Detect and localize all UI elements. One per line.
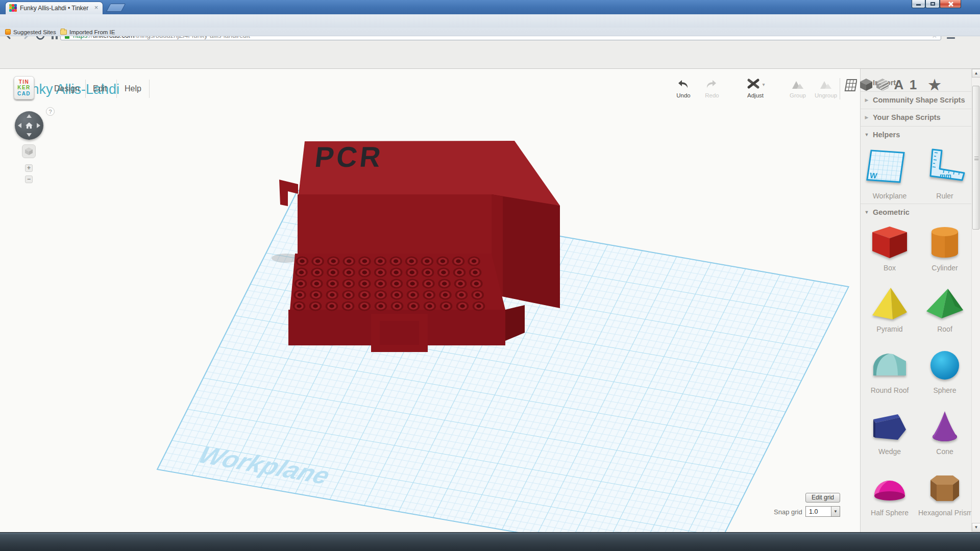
cone-icon bbox=[923, 408, 966, 444]
orbit-right-icon[interactable] bbox=[37, 123, 40, 128]
round-roof-icon bbox=[868, 347, 911, 383]
snap-grid-select[interactable]: 1.0 ▼ bbox=[805, 506, 840, 517]
sidebar-scrollbar[interactable]: ▲ ▼ bbox=[971, 69, 980, 532]
minimize-icon[interactable] bbox=[912, 0, 925, 8]
ungroup-icon bbox=[819, 77, 833, 91]
workplane-helper-icon: W bbox=[864, 146, 915, 188]
text-tool-icon[interactable]: A bbox=[891, 77, 906, 92]
bookmark-suggested-sites[interactable]: Suggested Sites bbox=[5, 28, 56, 36]
shape-pyramid[interactable]: Pyramid bbox=[863, 286, 916, 333]
tinkercad-toolbar: TIN KER CAD Design Edit Help Undo Redo bbox=[0, 36, 980, 69]
tab-title: Funky Allis-Lahdi • Tinker bbox=[20, 5, 90, 12]
close-icon[interactable] bbox=[940, 0, 961, 8]
window-controls bbox=[912, 0, 961, 8]
sphere-icon bbox=[923, 347, 966, 383]
scrollbar-thumb[interactable] bbox=[972, 86, 979, 230]
number-tool-icon[interactable]: 1 bbox=[905, 77, 921, 92]
menu-help[interactable]: Help bbox=[119, 72, 146, 105]
orbit-left-icon[interactable] bbox=[18, 123, 21, 128]
ruler-helper-icon: mm bbox=[919, 146, 970, 188]
undo-icon bbox=[677, 77, 690, 91]
new-tab-button[interactable] bbox=[106, 4, 126, 12]
windows-taskbar: e ▶ W ▲ bbox=[0, 532, 980, 551]
adjust-icon: ▾ bbox=[746, 77, 765, 91]
maximize-icon[interactable] bbox=[925, 0, 940, 8]
group-icon bbox=[791, 77, 805, 91]
shape-cylinder[interactable]: Cylinder bbox=[918, 224, 971, 272]
section-your-shape-scripts[interactable]: ▶ Your Shape Scripts bbox=[861, 109, 972, 126]
chevron-right-icon: ▶ bbox=[861, 97, 873, 103]
menu-design[interactable]: Design bbox=[49, 72, 85, 105]
section-helpers[interactable]: ▼ Helpers bbox=[861, 126, 972, 143]
view-cube-button[interactable] bbox=[22, 144, 36, 158]
browser-titlebar[interactable]: Funky Allis-Lahdi • Tinker × bbox=[0, 0, 980, 14]
home-view-icon[interactable] bbox=[25, 122, 33, 129]
browser-nav-toolbar: https://tinkercad.com/things/8dudznjZi4l… bbox=[0, 14, 980, 28]
adjust-button[interactable]: ▾ Adjust bbox=[739, 77, 772, 103]
shape-sphere[interactable]: Sphere bbox=[918, 347, 971, 394]
roof-icon bbox=[923, 286, 966, 321]
half-sphere-icon bbox=[868, 469, 911, 505]
redo-icon bbox=[705, 77, 719, 91]
model-front-face bbox=[298, 194, 492, 254]
workplane-tool-icon[interactable] bbox=[842, 77, 857, 92]
browser-tab[interactable]: Funky Allis-Lahdi • Tinker × bbox=[5, 2, 103, 14]
dropdown-caret-icon[interactable]: ▼ bbox=[831, 507, 840, 516]
snap-grid-value: 1.0 bbox=[806, 508, 831, 515]
orbit-down-icon[interactable] bbox=[27, 133, 32, 137]
tinkercad-favicon-icon bbox=[9, 4, 17, 12]
orbit-up-icon[interactable] bbox=[27, 114, 32, 118]
shape-round-roof[interactable]: Round Roof bbox=[863, 347, 916, 394]
pyramid-icon bbox=[868, 286, 911, 321]
hexagonal-prism-icon bbox=[923, 469, 966, 505]
shape-box[interactable]: Box bbox=[863, 224, 916, 272]
wedge-icon bbox=[868, 408, 911, 444]
scroll-down-icon[interactable]: ▼ bbox=[972, 523, 980, 532]
suggested-sites-icon bbox=[5, 29, 11, 35]
group-button[interactable]: Group bbox=[785, 77, 811, 103]
screen: Workplane PCR Funky Allis-Lahd bbox=[0, 0, 980, 551]
bookmark-imported-from-ie[interactable]: Imported From IE bbox=[60, 28, 115, 36]
section-community-shape-scripts[interactable]: ▶ Community Shape Scripts bbox=[861, 91, 972, 109]
chevron-right-icon: ▶ bbox=[861, 115, 873, 120]
solid-cube-tool-icon[interactable] bbox=[859, 77, 874, 92]
shape-roof[interactable]: Roof bbox=[918, 286, 971, 333]
edit-grid-button[interactable]: Edit grid bbox=[805, 493, 840, 503]
helper-ruler[interactable]: mm Ruler bbox=[918, 146, 971, 200]
shapes-sidebar: ▶ Import ▶ Community Shape Scripts ▶ You… bbox=[860, 69, 980, 532]
shape-hexagonal-prism[interactable]: Hexagonal Prism bbox=[918, 469, 971, 517]
pcr-machine-model: PCR bbox=[279, 141, 560, 352]
chevron-down-icon: ▼ bbox=[861, 210, 873, 215]
model-pcr-text: PCR bbox=[313, 141, 385, 173]
box-icon bbox=[868, 224, 911, 260]
svg-text:mm: mm bbox=[940, 172, 951, 180]
chevron-down-icon: ▼ bbox=[861, 132, 873, 137]
helper-workplane[interactable]: W Workplane bbox=[863, 146, 916, 200]
shape-half-sphere[interactable]: Half Sphere bbox=[863, 469, 916, 517]
menu-edit[interactable]: Edit bbox=[88, 72, 112, 105]
adjust-caret-icon: ▾ bbox=[762, 82, 765, 87]
redo-button[interactable]: Redo bbox=[699, 77, 725, 103]
bookmarks-bar: Suggested Sites Imported From IE bbox=[0, 28, 980, 36]
help-button[interactable]: ? bbox=[46, 107, 55, 116]
section-geometric[interactable]: ▼ Geometric bbox=[861, 204, 972, 221]
tinkercad-logo[interactable]: TIN KER CAD bbox=[14, 76, 34, 99]
tab-close-icon[interactable]: × bbox=[92, 4, 100, 12]
view-navigation-orb[interactable] bbox=[15, 111, 43, 140]
snap-grid-label: Snap grid bbox=[774, 508, 802, 516]
ungroup-button[interactable]: Ungroup bbox=[812, 77, 840, 103]
scroll-up-icon[interactable]: ▲ bbox=[972, 69, 980, 78]
shape-cone[interactable]: Cone bbox=[918, 408, 971, 456]
undo-button[interactable]: Undo bbox=[670, 77, 697, 103]
hole-cube-tool-icon[interactable] bbox=[875, 77, 890, 92]
folder-icon bbox=[60, 30, 67, 35]
favorites-star-icon[interactable]: ★ bbox=[927, 77, 942, 92]
cylinder-icon bbox=[923, 224, 966, 260]
shape-wedge[interactable]: Wedge bbox=[863, 408, 916, 456]
